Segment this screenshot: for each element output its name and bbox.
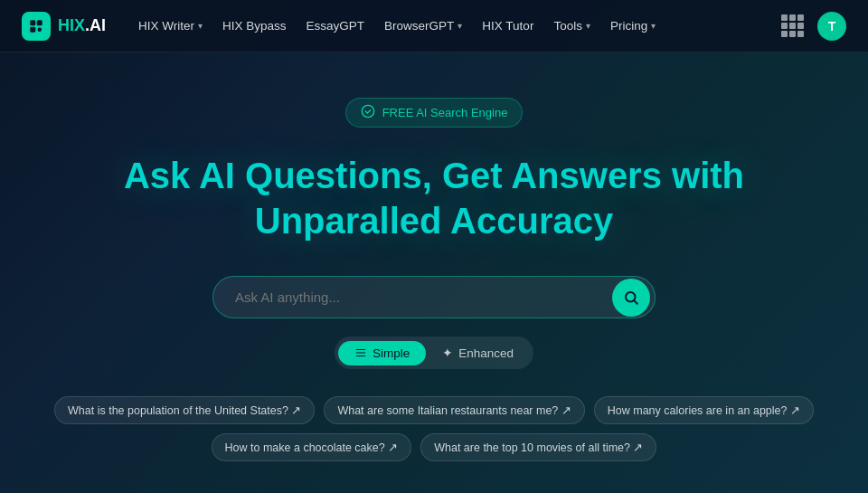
suggestion-chip[interactable]: How to make a chocolate cake? ↗ — [212, 433, 412, 461]
avatar[interactable]: T — [817, 12, 846, 41]
logo-icon — [22, 12, 51, 41]
nav-item-essaygpt[interactable]: EssayGPT — [297, 14, 374, 38]
enhanced-mode-button[interactable]: ✦ Enhanced — [426, 340, 530, 365]
suggestions-row-1: What is the population of the United Sta… — [54, 396, 814, 424]
chevron-down-icon: ▾ — [651, 21, 656, 31]
suggestion-chip[interactable]: What are the top 10 movies of all time? … — [420, 433, 656, 461]
svg-point-4 — [362, 105, 373, 117]
nav-item-pricing[interactable]: Pricing ▾ — [601, 14, 665, 38]
suggestions: What is the population of the United Sta… — [54, 396, 814, 461]
nav-item-hix-bypass[interactable]: HIX Bypass — [213, 14, 296, 38]
search-input[interactable] — [212, 276, 656, 318]
logo-text: HIX.AI — [58, 16, 106, 35]
badge[interactable]: FREE AI Search Engine — [345, 98, 524, 128]
svg-rect-6 — [356, 349, 366, 350]
search-mode-toggle: Simple ✦ Enhanced — [335, 337, 533, 369]
nav-item-tools[interactable]: Tools ▾ — [544, 14, 599, 38]
svg-rect-8 — [356, 356, 366, 356]
svg-point-3 — [38, 27, 42, 32]
badge-icon — [361, 104, 375, 121]
hero-title: Ask AI Questions, Get Answers with Unpar… — [124, 153, 744, 243]
chevron-down-icon: ▾ — [458, 21, 462, 31]
nav-item-browsergpt[interactable]: BrowserGPT ▾ — [375, 14, 471, 38]
simple-mode-button[interactable]: Simple — [338, 341, 426, 365]
sparkle-icon: ✦ — [442, 346, 453, 360]
suggestion-chip[interactable]: What is the population of the United Sta… — [54, 396, 315, 424]
search-button[interactable] — [612, 279, 650, 317]
nav-right: T — [778, 12, 846, 41]
chevron-down-icon: ▾ — [586, 21, 590, 31]
suggestion-chip[interactable]: What are some Italian restaurants near m… — [324, 396, 584, 424]
nav-item-hix-tutor[interactable]: HIX Tutor — [473, 14, 542, 38]
suggestions-row-2: How to make a chocolate cake? ↗ What are… — [212, 433, 657, 461]
svg-rect-7 — [356, 352, 366, 353]
grid-icon[interactable] — [778, 12, 807, 41]
suggestion-chip[interactable]: How many calories are in an apple? ↗ — [594, 396, 814, 424]
logo[interactable]: HIX.AI — [22, 12, 106, 41]
svg-rect-1 — [37, 20, 42, 25]
svg-rect-2 — [30, 26, 35, 32]
nav-item-hix-writer[interactable]: HIX Writer ▾ — [129, 14, 212, 38]
hero-section: FREE AI Search Engine Ask AI Questions, … — [0, 52, 868, 461]
navbar: HIX.AI HIX Writer ▾ HIX Bypass EssayGPT … — [0, 0, 868, 52]
search-container — [212, 276, 656, 318]
list-icon — [354, 346, 367, 359]
nav-items: HIX Writer ▾ HIX Bypass EssayGPT Browser… — [129, 14, 772, 38]
search-icon — [623, 289, 639, 306]
chevron-down-icon: ▾ — [198, 21, 203, 31]
svg-rect-0 — [30, 20, 35, 25]
